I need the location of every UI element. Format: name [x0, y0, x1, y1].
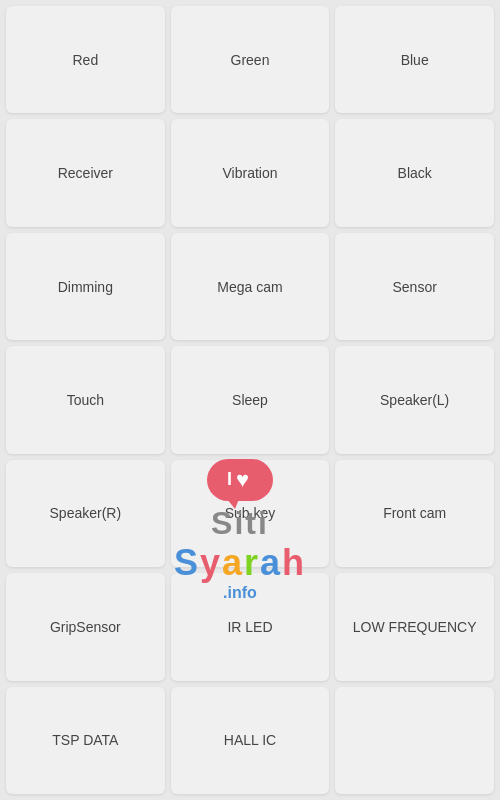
test-grid: Red Green Blue Receiver Vibration Black … [0, 0, 500, 800]
grid-item-black[interactable]: Black [335, 119, 494, 226]
grid-item-grip-sensor[interactable]: GripSensor [6, 573, 165, 680]
grid-item-front-cam[interactable]: Front cam [335, 460, 494, 567]
grid-item-sleep[interactable]: Sleep [171, 346, 330, 453]
grid-item-hall-ic[interactable]: HALL IC [171, 687, 330, 794]
grid-item-receiver[interactable]: Receiver [6, 119, 165, 226]
grid-item-ir-led[interactable]: IR LED [171, 573, 330, 680]
grid-item-red[interactable]: Red [6, 6, 165, 113]
grid-item-empty[interactable] [335, 687, 494, 794]
grid-item-speaker-r[interactable]: Speaker(R) [6, 460, 165, 567]
grid-item-mega-cam[interactable]: Mega cam [171, 233, 330, 340]
grid-item-vibration[interactable]: Vibration [171, 119, 330, 226]
grid-item-low-frequency[interactable]: LOW FREQUENCY [335, 573, 494, 680]
grid-item-speaker-l[interactable]: Speaker(L) [335, 346, 494, 453]
grid-item-sensor[interactable]: Sensor [335, 233, 494, 340]
grid-item-sub-key[interactable]: Sub key [171, 460, 330, 567]
grid-item-touch[interactable]: Touch [6, 346, 165, 453]
grid-item-dimming[interactable]: Dimming [6, 233, 165, 340]
grid-item-green[interactable]: Green [171, 6, 330, 113]
grid-item-tsp-data[interactable]: TSP DATA [6, 687, 165, 794]
grid-item-blue[interactable]: Blue [335, 6, 494, 113]
